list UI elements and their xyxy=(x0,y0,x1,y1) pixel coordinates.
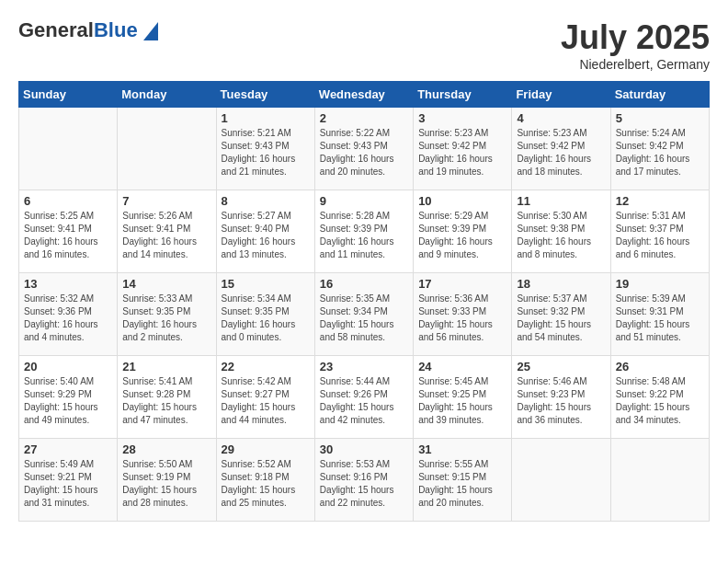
calendar-cell xyxy=(118,108,216,190)
day-info: Sunrise: 5:46 AM Sunset: 9:23 PM Dayligh… xyxy=(517,375,605,427)
weekday-header: Friday xyxy=(512,82,610,108)
day-number: 21 xyxy=(122,360,210,373)
calendar-week-row: 1Sunrise: 5:21 AM Sunset: 9:43 PM Daylig… xyxy=(19,108,710,190)
logo-text: GeneralBlue xyxy=(18,18,158,42)
day-info: Sunrise: 5:48 AM Sunset: 9:22 PM Dayligh… xyxy=(616,375,704,427)
day-number: 12 xyxy=(616,194,704,208)
day-info: Sunrise: 5:36 AM Sunset: 9:33 PM Dayligh… xyxy=(418,293,506,344)
calendar-cell: 21Sunrise: 5:41 AM Sunset: 9:28 PM Dayli… xyxy=(118,356,216,439)
day-info: Sunrise: 5:22 AM Sunset: 9:43 PM Dayligh… xyxy=(320,127,408,178)
day-info: Sunrise: 5:21 AM Sunset: 9:43 PM Dayligh… xyxy=(222,127,310,178)
calendar-cell xyxy=(19,108,118,190)
day-number: 13 xyxy=(24,277,112,291)
day-info: Sunrise: 5:30 AM Sunset: 9:38 PM Dayligh… xyxy=(517,210,605,261)
calendar-cell: 29Sunrise: 5:52 AM Sunset: 9:18 PM Dayli… xyxy=(216,439,314,522)
calendar-header-row: SundayMondayTuesdayWednesdayThursdayFrid… xyxy=(19,82,710,108)
calendar-cell: 20Sunrise: 5:40 AM Sunset: 9:29 PM Dayli… xyxy=(19,356,118,439)
day-info: Sunrise: 5:27 AM Sunset: 9:40 PM Dayligh… xyxy=(222,210,310,261)
logo-icon xyxy=(143,22,158,40)
day-number: 16 xyxy=(320,277,408,291)
day-info: Sunrise: 5:50 AM Sunset: 9:19 PM Dayligh… xyxy=(122,458,210,510)
calendar-cell xyxy=(512,439,610,522)
calendar-cell: 22Sunrise: 5:42 AM Sunset: 9:27 PM Dayli… xyxy=(216,356,314,439)
calendar-cell: 13Sunrise: 5:32 AM Sunset: 9:36 PM Dayli… xyxy=(19,273,118,356)
calendar-cell xyxy=(610,439,709,522)
calendar-cell: 23Sunrise: 5:44 AM Sunset: 9:26 PM Dayli… xyxy=(314,356,413,439)
calendar-cell: 31Sunrise: 5:55 AM Sunset: 9:15 PM Dayli… xyxy=(414,439,512,522)
logo-blue: Blue xyxy=(94,18,138,41)
day-number: 24 xyxy=(418,360,506,373)
day-number: 29 xyxy=(222,442,310,456)
day-number: 22 xyxy=(222,360,310,373)
calendar-cell: 9Sunrise: 5:28 AM Sunset: 9:39 PM Daylig… xyxy=(314,190,413,273)
day-info: Sunrise: 5:31 AM Sunset: 9:37 PM Dayligh… xyxy=(616,210,704,261)
weekday-header: Wednesday xyxy=(314,82,413,108)
day-info: Sunrise: 5:53 AM Sunset: 9:16 PM Dayligh… xyxy=(320,458,408,510)
logo: GeneralBlue xyxy=(18,18,158,42)
day-info: Sunrise: 5:49 AM Sunset: 9:21 PM Dayligh… xyxy=(24,458,112,510)
day-number: 30 xyxy=(320,442,408,456)
day-number: 11 xyxy=(517,194,605,208)
calendar-cell: 27Sunrise: 5:49 AM Sunset: 9:21 PM Dayli… xyxy=(19,439,118,522)
calendar-week-row: 6Sunrise: 5:25 AM Sunset: 9:41 PM Daylig… xyxy=(19,190,710,273)
day-number: 23 xyxy=(320,360,408,373)
logo-general: General xyxy=(18,18,94,41)
day-number: 26 xyxy=(616,360,704,373)
calendar-cell: 18Sunrise: 5:37 AM Sunset: 9:32 PM Dayli… xyxy=(512,273,610,356)
day-number: 14 xyxy=(122,277,210,291)
calendar-cell: 28Sunrise: 5:50 AM Sunset: 9:19 PM Dayli… xyxy=(118,439,216,522)
calendar-cell: 3Sunrise: 5:23 AM Sunset: 9:42 PM Daylig… xyxy=(414,108,512,190)
day-info: Sunrise: 5:23 AM Sunset: 9:42 PM Dayligh… xyxy=(517,127,605,178)
day-number: 31 xyxy=(418,442,506,456)
calendar-week-row: 13Sunrise: 5:32 AM Sunset: 9:36 PM Dayli… xyxy=(19,273,710,356)
day-number: 1 xyxy=(222,111,310,125)
calendar-cell: 8Sunrise: 5:27 AM Sunset: 9:40 PM Daylig… xyxy=(216,190,314,273)
svg-marker-0 xyxy=(143,22,158,40)
day-number: 28 xyxy=(122,442,210,456)
calendar-cell: 7Sunrise: 5:26 AM Sunset: 9:41 PM Daylig… xyxy=(118,190,216,273)
calendar-cell: 26Sunrise: 5:48 AM Sunset: 9:22 PM Dayli… xyxy=(610,356,709,439)
day-number: 2 xyxy=(320,111,408,125)
calendar-cell: 17Sunrise: 5:36 AM Sunset: 9:33 PM Dayli… xyxy=(414,273,512,356)
day-info: Sunrise: 5:25 AM Sunset: 9:41 PM Dayligh… xyxy=(24,210,112,261)
calendar-cell: 2Sunrise: 5:22 AM Sunset: 9:43 PM Daylig… xyxy=(314,108,413,190)
day-info: Sunrise: 5:29 AM Sunset: 9:39 PM Dayligh… xyxy=(418,210,506,261)
day-info: Sunrise: 5:32 AM Sunset: 9:36 PM Dayligh… xyxy=(24,293,112,344)
calendar-cell: 15Sunrise: 5:34 AM Sunset: 9:35 PM Dayli… xyxy=(216,273,314,356)
day-number: 27 xyxy=(24,442,112,456)
day-info: Sunrise: 5:55 AM Sunset: 9:15 PM Dayligh… xyxy=(418,458,506,510)
day-info: Sunrise: 5:40 AM Sunset: 9:29 PM Dayligh… xyxy=(24,375,112,427)
location: Niederelbert, Germany xyxy=(561,57,710,72)
day-number: 8 xyxy=(222,194,310,208)
calendar-cell: 19Sunrise: 5:39 AM Sunset: 9:31 PM Dayli… xyxy=(610,273,709,356)
day-number: 3 xyxy=(418,111,506,125)
calendar-cell: 11Sunrise: 5:30 AM Sunset: 9:38 PM Dayli… xyxy=(512,190,610,273)
weekday-header: Monday xyxy=(118,82,216,108)
day-number: 20 xyxy=(24,360,112,373)
day-number: 4 xyxy=(517,111,605,125)
day-number: 15 xyxy=(222,277,310,291)
calendar-cell: 4Sunrise: 5:23 AM Sunset: 9:42 PM Daylig… xyxy=(512,108,610,190)
weekday-header: Thursday xyxy=(414,82,512,108)
day-info: Sunrise: 5:41 AM Sunset: 9:28 PM Dayligh… xyxy=(122,375,210,427)
day-info: Sunrise: 5:34 AM Sunset: 9:35 PM Dayligh… xyxy=(222,293,310,344)
calendar-cell: 24Sunrise: 5:45 AM Sunset: 9:25 PM Dayli… xyxy=(414,356,512,439)
calendar-table: SundayMondayTuesdayWednesdayThursdayFrid… xyxy=(18,81,710,522)
calendar-cell: 10Sunrise: 5:29 AM Sunset: 9:39 PM Dayli… xyxy=(414,190,512,273)
day-number: 19 xyxy=(616,277,704,291)
day-info: Sunrise: 5:44 AM Sunset: 9:26 PM Dayligh… xyxy=(320,375,408,427)
calendar-cell: 25Sunrise: 5:46 AM Sunset: 9:23 PM Dayli… xyxy=(512,356,610,439)
day-number: 10 xyxy=(418,194,506,208)
day-info: Sunrise: 5:28 AM Sunset: 9:39 PM Dayligh… xyxy=(320,210,408,261)
day-number: 18 xyxy=(517,277,605,291)
calendar-cell: 5Sunrise: 5:24 AM Sunset: 9:42 PM Daylig… xyxy=(610,108,709,190)
page-header: GeneralBlue July 2025 Niederelbert, Germ… xyxy=(18,18,710,72)
month-title: July 2025 xyxy=(561,18,710,57)
day-info: Sunrise: 5:39 AM Sunset: 9:31 PM Dayligh… xyxy=(616,293,704,344)
calendar-week-row: 20Sunrise: 5:40 AM Sunset: 9:29 PM Dayli… xyxy=(19,356,710,439)
day-info: Sunrise: 5:33 AM Sunset: 9:35 PM Dayligh… xyxy=(122,293,210,344)
day-number: 6 xyxy=(24,194,112,208)
day-info: Sunrise: 5:24 AM Sunset: 9:42 PM Dayligh… xyxy=(616,127,704,178)
calendar-cell: 30Sunrise: 5:53 AM Sunset: 9:16 PM Dayli… xyxy=(314,439,413,522)
day-number: 5 xyxy=(616,111,704,125)
